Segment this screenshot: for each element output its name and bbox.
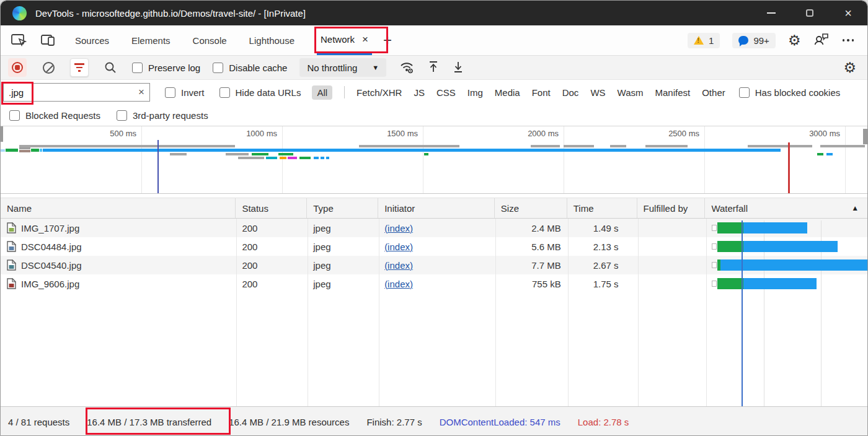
- clear-icon: [43, 62, 55, 74]
- table-row[interactable]: IMG_1707.jpg200jpeg(index)2.4 MB1.49 s: [1, 219, 867, 237]
- maximize-button[interactable]: [790, 1, 829, 25]
- overview-request-segment: [424, 153, 428, 155]
- initiator-link[interactable]: (index): [384, 223, 413, 233]
- device-emulation-icon[interactable]: [40, 33, 56, 48]
- clear-network-log-button[interactable]: [39, 58, 58, 77]
- type-filter-css[interactable]: CSS: [436, 87, 456, 98]
- table-row[interactable]: DSC04484.jpg200jpeg(index)5.6 MB2.13 s: [1, 237, 867, 256]
- timeline-tick-label: 1000 ms: [225, 129, 277, 138]
- overview-scroll-thumb[interactable]: [863, 129, 867, 144]
- initiator-link[interactable]: (index): [384, 279, 413, 289]
- type-filter-font[interactable]: Font: [532, 87, 551, 98]
- dom-content-loaded-time: DOMContentLoaded: 547 ms: [440, 417, 560, 427]
- waterfall-download-bar[interactable]: [743, 222, 807, 233]
- minimize-icon: [767, 12, 776, 14]
- type-filter-ws[interactable]: WS: [590, 87, 605, 98]
- close-button[interactable]: ×: [829, 1, 867, 25]
- close-tab-icon[interactable]: ×: [362, 33, 368, 46]
- filter-toggle-button[interactable]: [70, 58, 89, 77]
- timeline-gridline: [845, 126, 846, 193]
- issues-badge[interactable]: 1: [688, 33, 720, 48]
- waterfall-waiting-bar[interactable]: [717, 278, 743, 289]
- tab-elements[interactable]: Elements: [131, 25, 170, 55]
- tab-lighthouse[interactable]: Lighthouse: [249, 25, 294, 55]
- inspect-element-icon[interactable]: [11, 33, 27, 48]
- third-party-requests-checkbox[interactable]: 3rd-party requests: [117, 110, 208, 121]
- network-conditions-icon[interactable]: [399, 59, 415, 76]
- type-filter-js[interactable]: JS: [414, 87, 425, 98]
- timeline-tick-label: 3000 ms: [788, 129, 840, 138]
- tab-sources[interactable]: Sources: [75, 25, 109, 55]
- type-filter-fetch-xhr[interactable]: Fetch/XHR: [356, 87, 402, 98]
- dcl-marker-line: [157, 140, 159, 194]
- waterfall-waiting-bar[interactable]: [717, 241, 743, 252]
- settings-gear-icon[interactable]: ⚙: [788, 33, 801, 48]
- table-row[interactable]: IMG_9606.jpg200jpeg(index)755 kB1.75 s: [1, 274, 867, 293]
- column-header-waterfall[interactable]: Waterfall▲: [705, 198, 867, 218]
- waterfall-cell: [705, 274, 867, 293]
- timeline-gridline: [564, 126, 564, 193]
- waterfall-waiting-bar[interactable]: [717, 222, 743, 233]
- network-settings-gear-icon[interactable]: ⚙: [843, 61, 867, 75]
- column-header-name[interactable]: Name: [1, 198, 236, 218]
- send-feedback-icon[interactable]: [813, 32, 830, 49]
- waterfall-download-bar[interactable]: [743, 278, 817, 289]
- hide-data-urls-checkbox[interactable]: Hide data URLs: [219, 87, 301, 98]
- tab-network[interactable]: Network×: [317, 25, 372, 55]
- type-filter-wasm[interactable]: Wasm: [618, 87, 644, 98]
- type-filter-all[interactable]: All: [312, 85, 332, 100]
- resources-size: 16.4 MB / 21.9 MB resources: [229, 417, 349, 427]
- column-header-status[interactable]: Status: [236, 198, 307, 218]
- throttling-dropdown[interactable]: No throttling ▼: [299, 58, 386, 77]
- record-network-log-button[interactable]: [8, 58, 27, 77]
- filter-input[interactable]: .jpg ×: [3, 83, 150, 102]
- initiator-link[interactable]: (index): [384, 260, 413, 271]
- minimize-button[interactable]: [752, 1, 790, 25]
- column-header-label: Fulfilled by: [644, 203, 688, 214]
- search-icon: [104, 61, 117, 74]
- feedback-count-badge[interactable]: 99+: [732, 33, 775, 48]
- has-blocked-cookies-checkbox[interactable]: Has blocked cookies: [739, 87, 841, 98]
- overview-request-segment: [40, 149, 42, 152]
- record-icon: [12, 62, 23, 73]
- type-filter-img[interactable]: Img: [467, 87, 483, 98]
- clear-filter-icon[interactable]: ×: [138, 86, 144, 98]
- column-header-time[interactable]: Time: [567, 198, 637, 218]
- type-filter-doc[interactable]: Doc: [562, 87, 579, 98]
- type-filter-manifest[interactable]: Manifest: [655, 87, 691, 98]
- overview-request-segment: [6, 149, 18, 152]
- status-cell: 200: [236, 256, 307, 274]
- column-header-fulfilled-by[interactable]: Fulfilled by: [637, 198, 706, 218]
- transferred-size: 16.4 MB / 17.3 MB transferred: [87, 417, 211, 427]
- more-options-icon[interactable]: [843, 39, 854, 41]
- column-header-type[interactable]: Type: [307, 198, 378, 218]
- column-header-initiator[interactable]: Initiator: [378, 198, 495, 218]
- tab-console[interactable]: Console: [193, 25, 227, 55]
- panel-tabs: SourcesElementsConsoleLighthouseNetwork×: [75, 25, 372, 55]
- export-har-icon[interactable]: [452, 60, 464, 76]
- waterfall-download-bar[interactable]: [743, 241, 838, 252]
- import-har-icon[interactable]: [427, 60, 440, 76]
- hide-data-urls-label: Hide data URLs: [236, 87, 301, 98]
- finish-time: Finish: 2.77 s: [366, 417, 422, 427]
- preserve-log-checkbox[interactable]: Preserve log: [132, 63, 200, 73]
- search-button[interactable]: [101, 58, 120, 77]
- overview-scroll-thumb[interactable]: [1, 126, 3, 142]
- checkbox-icon: [213, 63, 223, 73]
- initiator-link[interactable]: (index): [384, 242, 413, 252]
- type-cell: jpeg: [307, 274, 378, 293]
- type-filter-other[interactable]: Other: [702, 87, 725, 98]
- table-row[interactable]: DSC04540.jpg200jpeg(index)7.7 MB2.67 s: [1, 256, 867, 274]
- network-overview-timeline[interactable]: 500 ms1000 ms1500 ms2000 ms2500 ms3000 m…: [1, 126, 867, 194]
- invert-checkbox[interactable]: Invert: [165, 87, 205, 98]
- feedback-count: 99+: [753, 35, 769, 46]
- status-cell: 200: [236, 219, 307, 237]
- initiator-cell: (index): [378, 274, 495, 293]
- disable-cache-checkbox[interactable]: Disable cache: [213, 63, 287, 73]
- type-filter-media[interactable]: Media: [495, 87, 520, 98]
- blocked-requests-checkbox[interactable]: Blocked Requests: [9, 110, 100, 121]
- request-table-header: NameStatusTypeInitiatorSizeTimeFulfilled…: [1, 198, 867, 219]
- column-header-size[interactable]: Size: [495, 198, 567, 218]
- more-tabs-button[interactable]: +: [383, 33, 392, 48]
- checkbox-icon: [165, 87, 175, 98]
